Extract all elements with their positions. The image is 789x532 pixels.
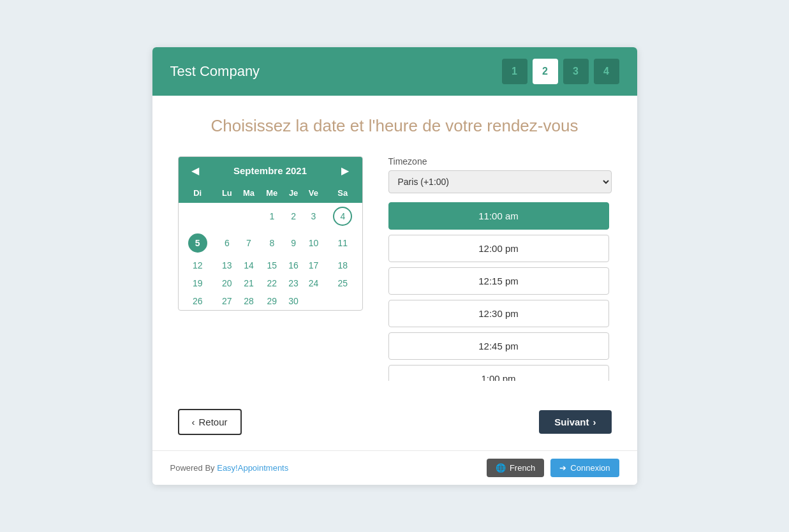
calendar-day: [237, 203, 260, 230]
calendar-month: Septembre 2021: [233, 165, 307, 176]
calendar-day: [323, 292, 362, 310]
calendar-grid: Di Lu Ma Me Je Ve Sa 1234567891011121314…: [179, 184, 362, 310]
language-button[interactable]: 🌐 French: [487, 459, 544, 477]
calendar-day[interactable]: 13: [217, 256, 237, 274]
calendar-time-row: ◀ Septembre 2021 ▶ Di Lu Ma Me Je Ve Sa: [178, 156, 612, 381]
calendar-day[interactable]: 1: [260, 203, 283, 230]
chevron-right-icon: ›: [593, 417, 596, 427]
calendar-day[interactable]: 19: [179, 274, 217, 292]
language-label: French: [510, 463, 535, 473]
col-lu: Lu: [217, 184, 237, 203]
timezone-label: Timezone: [388, 156, 612, 166]
calendar-day[interactable]: 28: [237, 292, 260, 310]
col-sa: Sa: [323, 184, 362, 203]
time-slot-button[interactable]: 12:45 pm: [388, 332, 609, 360]
main-content: Choisissez la date et l'heure de votre r…: [152, 96, 637, 396]
calendar-day[interactable]: 16: [283, 256, 303, 274]
calendar-day[interactable]: 17: [304, 256, 323, 274]
time-slot-button[interactable]: 12:00 pm: [388, 235, 609, 262]
prev-month-button[interactable]: ◀: [188, 163, 203, 178]
back-label: Retour: [199, 417, 228, 427]
calendar-day[interactable]: 3: [304, 203, 323, 230]
step-4-button[interactable]: 4: [594, 59, 619, 84]
calendar-day[interactable]: 20: [217, 274, 237, 292]
calendar: ◀ Septembre 2021 ▶ Di Lu Ma Me Je Ve Sa: [178, 156, 363, 311]
globe-icon: 🌐: [496, 463, 506, 473]
col-ve: Ve: [304, 184, 323, 203]
login-icon: ➔: [559, 463, 566, 473]
calendar-day[interactable]: 10: [304, 230, 323, 256]
calendar-day[interactable]: 7: [237, 230, 260, 256]
calendar-day[interactable]: 12: [179, 256, 217, 274]
time-slot-button[interactable]: 12:15 pm: [388, 267, 609, 295]
calendar-day[interactable]: 25: [323, 274, 362, 292]
next-label: Suivant: [554, 417, 589, 427]
back-button[interactable]: ‹ Retour: [178, 409, 242, 435]
next-month-button[interactable]: ▶: [337, 163, 353, 178]
powered-by-text: Powered By: [170, 463, 215, 473]
chevron-left-icon: ‹: [192, 417, 195, 427]
page-title: Choisissez la date et l'heure de votre r…: [178, 116, 612, 136]
calendar-day[interactable]: 21: [237, 274, 260, 292]
calendar-day[interactable]: 24: [304, 274, 323, 292]
bottom-bar: Powered By Easy!Appointments 🌐 French ➔ …: [152, 450, 637, 485]
calendar-day: [304, 292, 323, 310]
calendar-day[interactable]: 15: [260, 256, 283, 274]
calendar-day[interactable]: 11: [323, 230, 362, 256]
calendar-day: [217, 203, 237, 230]
calendar-day[interactable]: 29: [260, 292, 283, 310]
easy-appointments-link[interactable]: Easy!Appointments: [217, 463, 288, 473]
app-header: Test Company 1 2 3 4: [152, 47, 637, 96]
col-di: Di: [179, 184, 217, 203]
timezone-select[interactable]: Paris (+1:00) London (+0:00) New York (-…: [388, 170, 612, 193]
step-buttons: 1 2 3 4: [502, 59, 619, 84]
calendar-day: [179, 203, 217, 230]
calendar-day[interactable]: 2: [283, 203, 303, 230]
bottom-actions: 🌐 French ➔ Connexion: [487, 459, 619, 477]
calendar-day[interactable]: 4: [323, 203, 362, 230]
calendar-day[interactable]: 9: [283, 230, 303, 256]
connexion-button[interactable]: ➔ Connexion: [550, 459, 619, 477]
step-3-button[interactable]: 3: [563, 59, 589, 84]
col-me: Me: [260, 184, 283, 203]
calendar-day[interactable]: 14: [237, 256, 260, 274]
time-slot-button[interactable]: 11:00 am: [388, 202, 609, 230]
time-slot-button[interactable]: 1:00 pm: [388, 365, 609, 381]
calendar-day[interactable]: 6: [217, 230, 237, 256]
footer-nav: ‹ Retour Suivant ›: [152, 396, 637, 450]
next-button[interactable]: Suivant ›: [539, 410, 611, 434]
powered-by: Powered By Easy!Appointments: [170, 463, 289, 473]
calendar-header: ◀ Septembre 2021 ▶: [179, 157, 362, 184]
col-ma: Ma: [237, 184, 260, 203]
calendar-day[interactable]: 22: [260, 274, 283, 292]
step-2-button[interactable]: 2: [533, 59, 558, 84]
time-slots-container: 11:00 am12:00 pm12:15 pm12:30 pm12:45 pm…: [388, 202, 612, 381]
calendar-day[interactable]: 26: [179, 292, 217, 310]
calendar-day[interactable]: 5: [179, 230, 217, 256]
time-slot-button[interactable]: 12:30 pm: [388, 300, 609, 327]
connexion-label: Connexion: [570, 463, 610, 473]
calendar-day[interactable]: 23: [283, 274, 303, 292]
col-je: Je: [283, 184, 303, 203]
calendar-day[interactable]: 27: [217, 292, 237, 310]
step-1-button[interactable]: 1: [502, 59, 527, 84]
calendar-day[interactable]: 18: [323, 256, 362, 274]
time-section: Timezone Paris (+1:00) London (+0:00) Ne…: [388, 156, 612, 381]
calendar-day[interactable]: 30: [283, 292, 303, 310]
company-name: Test Company: [170, 63, 260, 80]
calendar-day[interactable]: 8: [260, 230, 283, 256]
